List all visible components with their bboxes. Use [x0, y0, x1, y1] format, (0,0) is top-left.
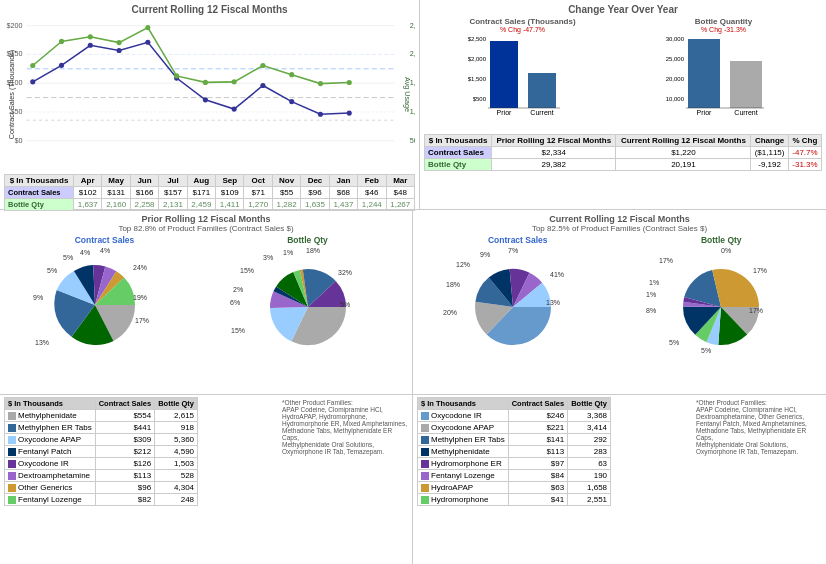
current-bq-pie-svg: 17% 17% 5% 5% 8% 1% 1% 17% 0%	[641, 245, 801, 365]
bottom-left-section: $ In Thousands Contract Sales Bottle Qty…	[0, 395, 413, 564]
svg-text:2%: 2%	[233, 286, 243, 293]
table-row: Methylphenidate $113283	[418, 446, 611, 458]
yoy-sales-chart: Contract Sales (Thousands) % Chg -47.7% …	[424, 17, 621, 132]
svg-point-42	[318, 81, 323, 86]
prior-pie-subtitle: Top 82.8% of Product Families (Contract …	[4, 224, 408, 233]
svg-text:$2,500: $2,500	[468, 36, 487, 42]
table-row: Bottle Qty 29,382 20,191 -9,192 -31.3%	[425, 159, 822, 171]
svg-text:5%: 5%	[701, 347, 711, 354]
svg-point-28	[260, 83, 265, 88]
svg-text:1%: 1%	[649, 279, 659, 286]
svg-text:17%: 17%	[135, 317, 149, 324]
svg-point-41	[289, 72, 294, 77]
svg-point-24	[145, 40, 150, 45]
current-bq-pie: Bottle Qty	[621, 235, 823, 365]
svg-text:$500: $500	[472, 96, 486, 102]
line-chart-svg: $200 $150 $100 $50 $0 2,500 2,000 1,500 …	[4, 17, 415, 172]
svg-point-35	[117, 40, 122, 45]
svg-point-39	[232, 79, 237, 84]
svg-text:6%: 6%	[230, 299, 240, 306]
prior-cs-pie: Contract Sales	[4, 235, 205, 365]
svg-point-40	[260, 63, 265, 68]
svg-text:18%: 18%	[446, 281, 460, 288]
svg-text:13%: 13%	[546, 299, 560, 306]
table-row: Oxycodone IR $1261,503	[5, 458, 198, 470]
svg-text:500: 500	[410, 136, 415, 145]
table-row: Contract Sales $2,334 $1,220 ($1,115) -4…	[425, 147, 822, 159]
svg-text:15%: 15%	[231, 327, 245, 334]
svg-point-23	[117, 48, 122, 53]
svg-rect-49	[528, 73, 556, 108]
table-row: Oxycodone APAP $2213,414	[418, 422, 611, 434]
yoy-title: Change Year Over Year	[424, 4, 822, 15]
prior-bq-pie-svg: 32% 15% 6% 2% 15% 3% 1% 18% 5%	[228, 245, 388, 365]
table-row: Methylphen ER Tabs $441918	[5, 422, 198, 434]
svg-text:2,500: 2,500	[410, 21, 415, 30]
svg-text:5%: 5%	[63, 254, 73, 261]
middle-section: Prior Rolling 12 Fiscal Months Top 82.8%…	[0, 210, 826, 395]
current-cs-pie: Contract Sales	[417, 235, 619, 365]
svg-text:5%: 5%	[669, 339, 679, 346]
svg-rect-57	[688, 39, 720, 108]
svg-point-43	[347, 80, 352, 85]
svg-text:8%: 8%	[646, 307, 656, 314]
svg-text:20%: 20%	[443, 309, 457, 316]
svg-text:0%: 0%	[721, 247, 731, 254]
svg-text:41%: 41%	[550, 271, 564, 278]
left-chart-section: Current Rolling 12 Fiscal Months $200 $1…	[0, 0, 420, 209]
top-section: Current Rolling 12 Fiscal Months $200 $1…	[0, 0, 826, 210]
prior-pie-title: Prior Rolling 12 Fiscal Months	[4, 214, 408, 224]
svg-text:5%: 5%	[47, 267, 57, 274]
left-chart-title: Current Rolling 12 Fiscal Months	[4, 4, 415, 15]
table-row: Bottle Qty 1,6372,1602,258 2,1312,4591,4…	[5, 199, 415, 211]
svg-text:5%: 5%	[340, 301, 350, 308]
svg-text:25,000: 25,000	[665, 56, 684, 62]
svg-point-33	[59, 39, 64, 44]
svg-text:Prior: Prior	[496, 109, 511, 116]
prior-footnote: *Other Product Families:APAP Codeine, Cl…	[278, 399, 408, 562]
current-cs-pie-svg: 41% 20% 18% 12% 9% 7% 13%	[438, 245, 598, 365]
svg-text:Avg Usage: Avg Usage	[403, 77, 412, 112]
svg-text:$200: $200	[6, 21, 22, 30]
svg-text:30,000: 30,000	[665, 36, 684, 42]
table-row: Hydromorphone ER $9763	[418, 458, 611, 470]
svg-point-30	[318, 112, 323, 117]
svg-point-21	[59, 63, 64, 68]
table-row: Other Generics $964,304	[5, 482, 198, 494]
svg-text:4%: 4%	[80, 249, 90, 256]
svg-text:3%: 3%	[263, 254, 273, 261]
prior-data-table: $ In Thousands Contract Sales Bottle Qty…	[4, 397, 198, 506]
current-pie-section: Current Rolling 12 Fiscal Months Top 82.…	[413, 210, 826, 394]
svg-text:1%: 1%	[283, 249, 293, 256]
rolling-12-table: $ In Thousands Apr May Jun Jul Aug Sep O…	[4, 174, 415, 211]
line-chart-area: $200 $150 $100 $50 $0 2,500 2,000 1,500 …	[4, 17, 415, 172]
yoy-qty-chart: Bottle Quantity % Chg -31.3% 30,000 25,0…	[625, 17, 822, 132]
svg-text:2,000: 2,000	[410, 49, 415, 58]
table-row: Contract Sales $102$131$166 $157$171$109…	[5, 187, 415, 199]
svg-point-32	[30, 63, 35, 68]
bottom-right-section: $ In Thousands Contract Sales Bottle Qty…	[413, 395, 826, 564]
yoy-charts-container: Contract Sales (Thousands) % Chg -47.7% …	[424, 17, 822, 132]
current-pie-title: Current Rolling 12 Fiscal Months	[417, 214, 822, 224]
svg-text:$1,500: $1,500	[468, 76, 487, 82]
svg-text:19%: 19%	[133, 294, 147, 301]
table-row: Fentanyl Patch $2124,590	[5, 446, 198, 458]
svg-text:24%: 24%	[133, 264, 147, 271]
svg-text:Prior: Prior	[696, 109, 711, 116]
current-pie-charts-row: Contract Sales	[417, 235, 822, 365]
svg-point-29	[289, 99, 294, 104]
svg-point-27	[232, 107, 237, 112]
svg-text:$2,000: $2,000	[468, 56, 487, 62]
svg-text:1%: 1%	[646, 291, 656, 298]
bottom-section: $ In Thousands Contract Sales Bottle Qty…	[0, 395, 826, 564]
prior-pie-section: Prior Rolling 12 Fiscal Months Top 82.8%…	[0, 210, 413, 394]
svg-point-38	[203, 80, 208, 85]
main-container: Current Rolling 12 Fiscal Months $200 $1…	[0, 0, 826, 564]
svg-text:10,000: 10,000	[665, 96, 684, 102]
table-row: Dextroamphetamine $113528	[5, 470, 198, 482]
current-footnote: *Other Product Families:APAP Codeine, Cl…	[692, 399, 822, 562]
svg-text:18%: 18%	[306, 247, 320, 254]
svg-rect-58	[730, 61, 762, 108]
table-row: Hydromorphone $412,551	[418, 494, 611, 506]
prior-bq-pie: Bottle Qty	[207, 235, 408, 365]
